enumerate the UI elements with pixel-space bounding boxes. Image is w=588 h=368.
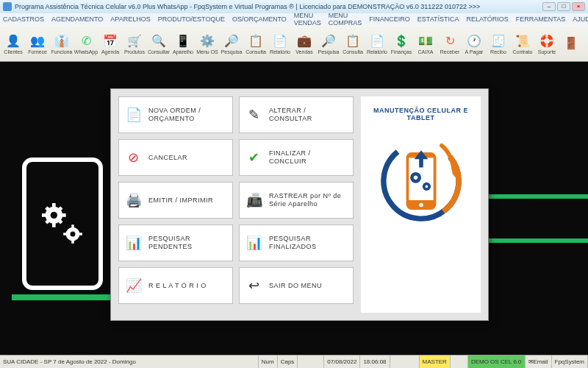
tb-receber[interactable]: ↻Receber bbox=[438, 27, 462, 60]
search-icon: 🔍 bbox=[150, 32, 168, 49]
finished-icon: 📊 bbox=[245, 234, 263, 252]
menu-financeiro[interactable]: FINANCEIRO bbox=[369, 15, 410, 23]
receive-icon: ↻ bbox=[441, 32, 459, 49]
sb-date: 07/08/2022 bbox=[324, 355, 360, 368]
check-icon: ✔ bbox=[245, 149, 263, 166]
menu-estatistica[interactable]: ESTATÍSTICA bbox=[417, 15, 459, 23]
maximize-button[interactable]: □ bbox=[557, 2, 570, 11]
btn-emitir[interactable]: 🖨️EMITIR / IMPRIMIR bbox=[118, 182, 233, 219]
statusbar: SUA CIDADE - SP 7 de Agosto de 2022 - Do… bbox=[0, 355, 588, 368]
sb-caps: Caps bbox=[278, 355, 298, 368]
svg-point-9 bbox=[419, 203, 423, 208]
maintenance-logo bbox=[373, 133, 469, 229]
sb-master: MASTER bbox=[420, 355, 451, 368]
dialog-side-panel: MANUTENÇÃO CELULAR E TABLET bbox=[361, 96, 481, 313]
btn-pesquisar-pendentes[interactable]: 📊PESQUISAR PENDENTES bbox=[118, 224, 233, 261]
tb-fornece[interactable]: 👥Fornece bbox=[26, 27, 49, 60]
toolbar: 👤Clientes 👥Fornece 👔Funciona ✆WhatsApp 📅… bbox=[0, 25, 588, 62]
btn-rastrear[interactable]: 📠RASTREAR por Nº de Série Aparelho bbox=[239, 182, 354, 219]
menu-os-orcamento[interactable]: OS/ORÇAMENTO bbox=[232, 15, 287, 23]
person-icon: 👤 bbox=[4, 32, 22, 49]
search-icon: 🔎 bbox=[223, 32, 240, 49]
menu-produto-estoque[interactable]: PRODUTO/ESTOQUE bbox=[158, 15, 225, 23]
os-menu-dialog: 📄NOVA ORDEM / ORÇAMENTO ✎ALTERAR / CONSU… bbox=[110, 88, 489, 321]
menu-compras[interactable]: MENU COMPRAS bbox=[329, 12, 362, 26]
tb-relatorio-os[interactable]: 📄Relatório bbox=[268, 27, 292, 60]
support-icon: 🛟 bbox=[538, 32, 556, 49]
tb-suporte[interactable]: 🛟Suporte bbox=[535, 27, 559, 60]
exit-icon: 🚪 bbox=[562, 35, 580, 52]
device-icon: 📱 bbox=[174, 32, 192, 49]
btn-nova-ordem[interactable]: 📄NOVA ORDEM / ORÇAMENTO bbox=[118, 96, 233, 133]
app-icon bbox=[3, 2, 12, 11]
tb-apagar[interactable]: 🕐A Pagar bbox=[462, 27, 486, 60]
minimize-button[interactable]: – bbox=[542, 2, 556, 11]
tb-pesquisa-os[interactable]: 🔎Pesquisa bbox=[220, 27, 243, 60]
report-icon: 📄 bbox=[368, 32, 386, 49]
supplier-icon: 👥 bbox=[29, 32, 46, 49]
menu-cadastros[interactable]: CADASTROS bbox=[3, 15, 44, 23]
tb-aparelho[interactable]: 📱Aparelho bbox=[171, 27, 195, 60]
tb-vendas[interactable]: 💼Vendas bbox=[293, 27, 316, 60]
search-icon: 🔎 bbox=[320, 32, 337, 49]
finance-icon: 💲 bbox=[392, 32, 410, 49]
svg-point-2 bbox=[51, 212, 57, 219]
edit-icon: ✎ bbox=[245, 106, 263, 124]
report-icon: 📄 bbox=[271, 32, 289, 49]
gears-icon bbox=[37, 198, 88, 250]
products-icon: 🛒 bbox=[126, 32, 143, 49]
svg-point-13 bbox=[425, 185, 428, 188]
btn-cancelar[interactable]: ⊘CANCELAR bbox=[118, 139, 233, 176]
tb-funciona[interactable]: 👔Funciona bbox=[50, 27, 74, 60]
sb-spacer bbox=[298, 355, 324, 368]
btn-sair-menu[interactable]: ↩SAIR DO MENU bbox=[239, 267, 354, 304]
menubar: CADASTROS AGENDAMENTO APARELHOS PRODUTO/… bbox=[0, 13, 588, 25]
sb-demo: DEMO OS CEL 6.0 bbox=[468, 355, 526, 368]
track-icon: 📠 bbox=[245, 191, 263, 209]
cancel-icon: ⊘ bbox=[125, 149, 143, 166]
tb-contrato[interactable]: 📜Contrato bbox=[511, 27, 534, 60]
menu-ajuda[interactable]: AJUDA bbox=[573, 15, 588, 23]
tb-produtos[interactable]: 🛒Produtos bbox=[123, 27, 146, 60]
print-icon: 🖨️ bbox=[125, 191, 143, 209]
new-order-icon: 📄 bbox=[125, 106, 143, 124]
sb-email[interactable]: ✉ Email bbox=[526, 355, 552, 368]
tb-whatsapp[interactable]: ✆WhatsApp bbox=[74, 27, 98, 60]
receipt-icon: 🧾 bbox=[490, 32, 507, 49]
tb-clientes[interactable]: 👤Clientes bbox=[1, 27, 25, 60]
menu-vendas[interactable]: MENU VENDAS bbox=[294, 12, 321, 26]
clock-icon: 🕐 bbox=[465, 32, 483, 49]
gear-icon: ⚙️ bbox=[198, 32, 216, 49]
list-icon: 📋 bbox=[344, 32, 362, 49]
close-button[interactable]: × bbox=[572, 2, 585, 11]
btn-finalizar[interactable]: ✔FINALIZAR / CONCLUIR bbox=[239, 139, 354, 176]
btn-alterar[interactable]: ✎ALTERAR / CONSULTAR bbox=[239, 96, 354, 133]
tb-relatorio-v[interactable]: 📄Relatório bbox=[365, 27, 389, 60]
btn-relatorio[interactable]: 📈R E L A T Ó R I O bbox=[118, 267, 233, 304]
tb-menu-os[interactable]: ⚙️Menu OS bbox=[196, 27, 219, 60]
tb-pesquisa-v[interactable]: 🔎Pesquisa bbox=[317, 27, 340, 60]
tb-consulta-os[interactable]: 📋Consulta bbox=[244, 27, 268, 60]
menu-relatorios[interactable]: RELATÓRIOS bbox=[466, 15, 508, 23]
bg-lines-graphic bbox=[478, 194, 588, 253]
tb-exit[interactable]: 🚪 bbox=[559, 27, 583, 60]
tb-caixa[interactable]: 💵CAIXA bbox=[414, 27, 437, 60]
menu-agendamento[interactable]: AGENDAMENTO bbox=[51, 15, 103, 23]
tb-financas[interactable]: 💲Finanças bbox=[390, 27, 413, 60]
btn-pesquisar-finalizados[interactable]: 📊PESQUISAR FINALIZADOS bbox=[239, 224, 354, 261]
sb-fpq[interactable]: FpqSystem bbox=[552, 355, 588, 368]
calendar-icon: 📅 bbox=[101, 32, 119, 49]
cashbox-icon: 💵 bbox=[417, 32, 434, 49]
sb-location: SUA CIDADE - SP 7 de Agosto de 2022 - Do… bbox=[0, 355, 259, 368]
menu-aparelhos[interactable]: APARELHOS bbox=[110, 15, 150, 23]
window-title: Programa Assistência Técnica Celular v6.… bbox=[15, 3, 542, 10]
tb-consulta-v[interactable]: 📋Consulta bbox=[341, 27, 365, 60]
tb-agenda[interactable]: 📅Agenda bbox=[98, 27, 122, 60]
list-icon: 📋 bbox=[247, 32, 265, 49]
tb-recibo[interactable]: 🧾Recibo bbox=[487, 27, 510, 60]
sales-icon: 💼 bbox=[295, 32, 313, 49]
menu-ferramentas[interactable]: FERRAMENTAS bbox=[516, 15, 565, 23]
svg-point-11 bbox=[413, 176, 417, 180]
tb-consultar[interactable]: 🔍Consultar bbox=[147, 27, 171, 60]
whatsapp-icon: ✆ bbox=[77, 32, 95, 49]
